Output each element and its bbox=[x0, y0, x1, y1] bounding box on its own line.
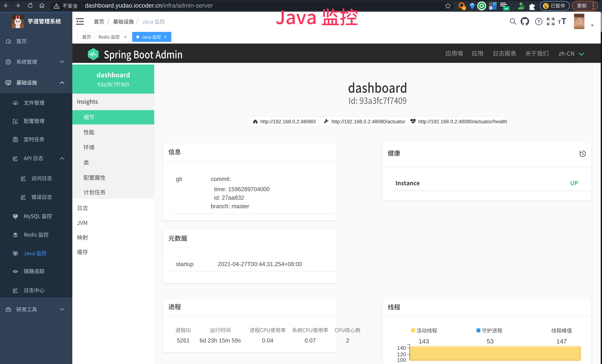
svg-text:on: on bbox=[505, 7, 508, 10]
svg-text:1: 1 bbox=[463, 7, 465, 10]
svg-text:?: ? bbox=[538, 19, 540, 24]
